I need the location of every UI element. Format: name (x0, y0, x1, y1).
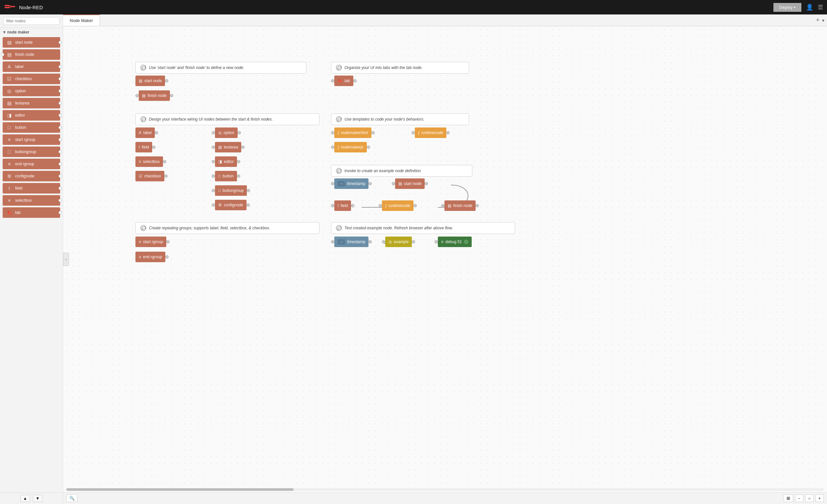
sidebar-node-checkbox[interactable]: ☑ checkbox (3, 73, 60, 84)
comment-dot-3: 💬 (140, 116, 146, 122)
collapse-sidebar-button[interactable]: ‹ (63, 253, 69, 266)
sidebar-scroll-down[interactable]: ▼ (33, 495, 43, 502)
flow-node-example[interactable]: ◎example (382, 237, 415, 247)
sidebar-node-start-rgroup[interactable]: ≡ start rgroup (3, 134, 60, 145)
flow-node-nodemakerhtml[interactable]: {nodemakerhtml (331, 128, 375, 138)
flow-node-checkbox[interactable]: ☑checkbox (135, 171, 167, 181)
option-port-right (58, 89, 62, 93)
flow-node-timestamp2[interactable]: → timestamp (331, 237, 372, 247)
zoom-out-button[interactable]: − (795, 495, 803, 502)
start-node-1-port-right (165, 79, 168, 83)
deploy-button[interactable]: Deploy ▾ (773, 3, 801, 12)
sidebar-node-tab[interactable]: 🔖 tab (3, 207, 60, 218)
finish-node-1-port-left (135, 94, 139, 97)
sidebar-scroll-up[interactable]: ▲ (20, 495, 30, 502)
zoom-in-button[interactable]: + (816, 495, 824, 502)
flow-node-finish-node-2[interactable]: ▤finish node (441, 200, 479, 211)
flow-node-confignode[interactable]: ⚙confignode (212, 200, 250, 210)
comment-text-4: Use templates to code your node's behavi… (344, 117, 424, 121)
timestamp2-label: timestamp (347, 240, 365, 244)
fit-view-button[interactable]: ⊞ (784, 495, 793, 502)
canvas-scrollbar-track[interactable] (66, 488, 824, 491)
comment-text-3: Design your interface wiring UI nodes be… (149, 117, 273, 121)
comment-2: 💬 Organize your UI into tabs with the ta… (331, 62, 469, 73)
sidebar-node-textarea[interactable]: ▤ textarea (3, 98, 60, 108)
flow-node-runtimecode1[interactable]: {runtimecode (411, 128, 450, 138)
sidebar-node-buttongroup[interactable]: □ buttongroup (3, 147, 60, 157)
flow-node-option[interactable]: ◎option (212, 128, 241, 138)
zoom-reset-button[interactable]: ○ (805, 495, 814, 502)
canvas-scrollbar-thumb[interactable] (66, 488, 294, 491)
canvas-search-button[interactable]: 🔍 (66, 495, 78, 502)
editor-icon: ◨ (6, 112, 12, 118)
label-label: label (15, 64, 57, 69)
comment-text-7: Test created example node. Refresh brows… (344, 226, 453, 230)
runtimecode2-label: runtimecode (389, 203, 410, 208)
editor-label: editor (15, 113, 57, 118)
flow-node-button[interactable]: □button (212, 171, 240, 181)
finish-node-1-port-right (170, 94, 173, 97)
flow-node-start-node-2[interactable]: ▤start node (392, 179, 428, 189)
comment-7: 💬 Test created example node. Refresh bro… (331, 222, 515, 234)
tab-canvas-icon: 🔖 (338, 79, 342, 83)
user-icon[interactable]: 👤 (806, 4, 813, 11)
label-port-right (58, 65, 62, 68)
tab-actions: + ▾ (813, 14, 827, 26)
canvas[interactable]: ‹ 💬 Use 'start node' and 'finish node' (63, 26, 827, 492)
sidebar-node-start-node[interactable]: ▤ start node (3, 37, 60, 48)
finish-node-label: finish node (15, 52, 57, 57)
textarea-port-right (58, 102, 62, 105)
tab-add-button[interactable]: + (816, 17, 819, 23)
selectbox-label: selectbox (15, 198, 57, 203)
flow-node-textarea[interactable]: ▤textarea (212, 142, 245, 152)
flow-node-label[interactable]: Alabel (135, 128, 158, 138)
sidebar-node-option[interactable]: ◎ option (3, 86, 60, 96)
tab-icon: 🔖 (6, 209, 12, 216)
confignode-icon: ⚙ (6, 173, 12, 180)
sidebar-node-label[interactable]: A label (3, 61, 60, 72)
sidebar-node-selectbox[interactable]: ≡ selectbox (3, 195, 60, 206)
sidebar-node-finish-node[interactable]: ▤ finish node (3, 49, 60, 60)
tab-port-left-canvas (331, 79, 334, 83)
flow-node-field2[interactable]: Ifield (331, 200, 354, 211)
flow-node-start-node-1[interactable]: ▤ start node (135, 75, 168, 86)
app-title: Node-RED (19, 5, 43, 10)
comment-dot-5: 💬 (336, 168, 342, 174)
deploy-caret: ▾ (794, 6, 795, 9)
flow-node-timestamp1[interactable]: → timestamp (331, 179, 372, 189)
finish-node-2-label: finish node (453, 203, 472, 208)
field-port-right (58, 187, 62, 190)
flow-node-end-rgroup[interactable]: ≡end rgroup (135, 252, 168, 262)
start-node-2-label: start node (404, 181, 422, 186)
filter-input[interactable] (3, 17, 59, 25)
menu-icon[interactable]: ☰ (818, 4, 823, 11)
sidebar-node-field[interactable]: I field (3, 183, 60, 194)
flow-node-tab[interactable]: 🔖 tab (331, 75, 357, 86)
sidebar-node-end-rgroup[interactable]: ≡ end rgroup (3, 159, 60, 169)
sidebar-node-confignode[interactable]: ⚙ confignode (3, 171, 60, 181)
comment-dot-1: 💬 (140, 65, 146, 71)
flow-node-debug[interactable]: ≡debug 51 (435, 237, 472, 247)
flow-node-nodemakerjs[interactable]: {nodemakerjs (331, 142, 370, 152)
flow-finish-node-1-icon: ▤ (142, 93, 146, 98)
tab-chevron[interactable]: ▾ (822, 18, 824, 23)
flow-node-field[interactable]: Ifield (135, 142, 155, 152)
end-rgroup-label: end rgroup (15, 162, 57, 166)
flow-node-editor[interactable]: ◨editor (212, 156, 240, 167)
svg-rect-0 (5, 5, 9, 6)
comment-3: 💬 Design your interface wiring UI nodes … (135, 113, 320, 125)
comment-text-5: Invoke to create an example node definit… (344, 168, 421, 173)
start-node-label: start node (15, 40, 57, 45)
start-rgroup-port-right (58, 138, 62, 141)
flow-node-buttongroup[interactable]: □buttongroup (212, 185, 250, 196)
sidebar: ▾ node maker ▤ start node ▤ finish node … (0, 14, 63, 504)
sidebar-node-editor[interactable]: ◨ editor (3, 110, 60, 120)
flow-node-selectbox[interactable]: ≡selectbox (135, 156, 166, 167)
finish-node-port-left (1, 53, 4, 56)
sidebar-section-node-maker[interactable]: ▾ node maker (0, 28, 63, 36)
flow-node-start-rgroup[interactable]: ≡start rgroup (135, 237, 169, 247)
sidebar-node-button[interactable]: □ button (3, 122, 60, 133)
tab-node-maker[interactable]: Node Maker (63, 14, 100, 26)
flow-node-finish-node-1[interactable]: ▤ finish node (135, 90, 173, 101)
flow-node-runtimecode2[interactable]: {runtimecode (379, 200, 417, 211)
